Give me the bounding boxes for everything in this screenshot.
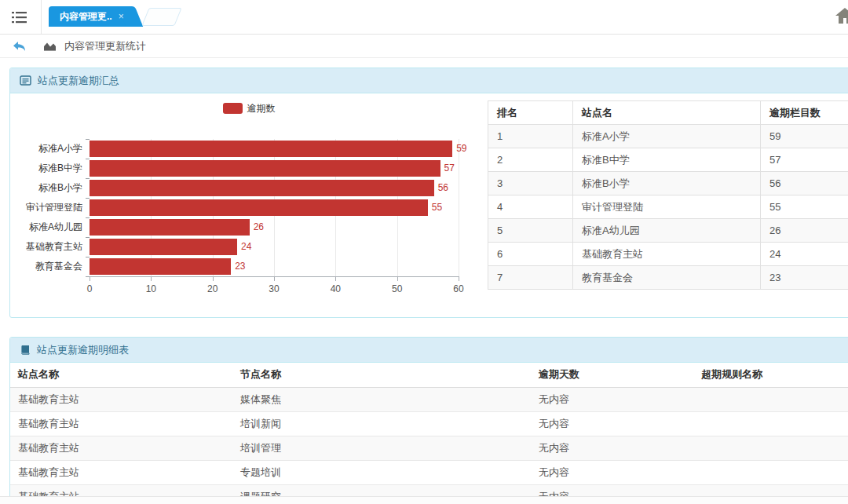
site-name-col-header: 站点名称 xyxy=(10,363,232,387)
site-cell: 标准B中学 xyxy=(573,148,761,172)
rank-cell: 7 xyxy=(488,266,573,290)
detail-table-row: 基础教育主站培训新闻无内容 xyxy=(10,411,848,436)
legend-swatch xyxy=(223,103,243,114)
bar-row: 标准A小学59 xyxy=(90,139,459,159)
rank-cell: 2 xyxy=(488,148,573,172)
detail-panel: 站点更新逾期明细表 站点名称 节点名称 逾期天数 超期规则名称 基础教育主站媒体… xyxy=(9,337,848,504)
x-axis-tick xyxy=(397,277,398,281)
detail-table-row: 基础教育主站媒体聚焦无内容 xyxy=(10,387,848,411)
site-cell: 标准A小学 xyxy=(573,125,761,148)
home-icon[interactable] xyxy=(835,7,848,27)
bar-plot: 标准A小学59标准B中学57标准B小学56审计管理登陆55标准A幼儿园26基础教… xyxy=(90,139,459,276)
horizontal-scrollbar-track[interactable] xyxy=(0,496,848,504)
rank-table-row: 2标准B中学57 xyxy=(488,148,848,172)
node-name-col-header: 节点名称 xyxy=(232,363,531,387)
bar-value-label: 24 xyxy=(241,237,251,257)
count-cell: 26 xyxy=(761,219,848,243)
toolbar: 内容管理更新统计 xyxy=(0,35,848,58)
count-cell: 24 xyxy=(761,243,848,266)
bar-value-label: 57 xyxy=(444,159,455,178)
rule-name-cell xyxy=(693,411,848,436)
x-axis-tick xyxy=(459,277,459,281)
gridline xyxy=(459,139,459,276)
tab-label: 内容管理更.. xyxy=(60,10,112,24)
node-name-cell: 培训管理 xyxy=(232,436,531,460)
node-name-cell: 媒体聚焦 xyxy=(232,387,531,411)
tab-close-icon[interactable]: × xyxy=(119,11,124,22)
rank-cell: 6 xyxy=(488,243,573,266)
rank-table-row: 7教育基金会23 xyxy=(488,266,848,290)
bar-row: 教育基金会23 xyxy=(90,257,459,276)
site-cell: 标准A幼儿园 xyxy=(573,219,761,243)
overdue-days-col-header: 逾期天数 xyxy=(531,363,693,387)
bar-value-label: 56 xyxy=(438,178,448,198)
detail-table-row: 基础教育主站培训管理无内容 xyxy=(10,436,848,460)
bar-category-label: 标准A幼儿园 xyxy=(29,217,82,237)
rank-table-wrap: 排名 站点名 逾期栏目数 1标准A小学592标准B中学573标准B小学564审计… xyxy=(488,93,848,317)
x-axis-tick xyxy=(151,277,152,281)
bar-category-label: 标准B小学 xyxy=(38,178,82,198)
summary-panel-heading: 站点更新逾期汇总 xyxy=(10,68,848,93)
detail-table: 站点名称 节点名称 逾期天数 超期规则名称 基础教育主站媒体聚焦无内容基础教育主… xyxy=(10,363,848,504)
bar-row: 标准B中学57 xyxy=(90,159,459,178)
count-cell: 55 xyxy=(761,195,848,219)
x-axis-tick xyxy=(335,277,336,281)
rank-cell: 4 xyxy=(488,195,573,219)
node-name-cell: 专题培训 xyxy=(232,460,531,484)
site-cell: 教育基金会 xyxy=(573,266,761,290)
site-cell: 基础教育主站 xyxy=(573,243,761,266)
rank-table-row: 6基础教育主站24 xyxy=(488,243,848,266)
bar-value-label: 55 xyxy=(432,198,442,217)
overdue-days-cell: 无内容 xyxy=(531,436,693,460)
site-col-header: 站点名 xyxy=(573,101,761,125)
bar-value-label: 59 xyxy=(456,139,466,159)
bar-category-label: 基础教育主站 xyxy=(26,237,82,257)
bar-row: 标准A幼儿园26 xyxy=(90,217,459,237)
x-axis: 0102030405060 xyxy=(90,276,459,300)
bar-category-label: 审计管理登陆 xyxy=(26,198,82,217)
bar xyxy=(90,180,434,196)
count-cell: 59 xyxy=(761,125,848,148)
x-axis-tick-label: 10 xyxy=(146,283,156,294)
detail-panel-heading: 站点更新逾期明细表 xyxy=(10,338,848,363)
tab-ghost-placeholder xyxy=(141,8,181,26)
bar xyxy=(90,160,440,177)
x-axis-tick-label: 40 xyxy=(331,283,341,294)
bar xyxy=(90,239,237,255)
detail-table-row: 基础教育主站专题培训无内容 xyxy=(10,460,848,484)
rule-name-col-header: 超期规则名称 xyxy=(693,363,848,387)
menu-icon[interactable] xyxy=(11,10,30,24)
topbar-divider xyxy=(41,0,42,34)
rank-table-row: 5标准A幼儿园26 xyxy=(488,219,848,243)
count-cell: 57 xyxy=(761,148,848,172)
count-col-header: 逾期栏目数 xyxy=(761,101,848,125)
x-axis-tick-label: 60 xyxy=(453,283,463,294)
rule-name-cell xyxy=(693,460,848,484)
overdue-days-cell: 无内容 xyxy=(531,387,693,411)
site-name-cell: 基础教育主站 xyxy=(10,436,232,460)
bar-category-label: 标准A小学 xyxy=(38,139,82,159)
bar xyxy=(90,219,250,236)
rank-cell: 5 xyxy=(488,219,573,243)
x-axis-tick xyxy=(274,277,275,281)
rule-name-cell xyxy=(693,436,848,460)
page-title: 内容管理更新统计 xyxy=(64,39,146,53)
rank-table-row: 3标准B小学56 xyxy=(488,172,848,195)
x-axis-tick xyxy=(90,277,90,281)
count-cell: 23 xyxy=(761,266,848,290)
rule-name-cell xyxy=(693,387,848,411)
summary-panel-body: 逾期数 标准A小学59标准B中学57标准B小学56审计管理登陆55标准A幼儿园2… xyxy=(10,93,848,317)
x-axis-tick-label: 0 xyxy=(87,283,93,294)
overdue-days-cell: 无内容 xyxy=(531,460,693,484)
tab-content-management[interactable]: 内容管理更.. × xyxy=(49,6,129,27)
detail-panel-body: 站点名称 节点名称 逾期天数 超期规则名称 基础教育主站媒体聚焦无内容基础教育主… xyxy=(10,363,848,504)
page: 内容管理更.. × 内容管理更新统计 xyxy=(0,0,848,504)
bar xyxy=(90,199,428,216)
site-name-cell: 基础教育主站 xyxy=(10,387,232,411)
tab-bar: 内容管理更.. × xyxy=(0,0,848,35)
x-axis-tick xyxy=(213,277,214,281)
chart-legend[interactable]: 逾期数 xyxy=(10,103,488,114)
back-icon[interactable] xyxy=(13,41,26,52)
x-axis-tick-label: 30 xyxy=(269,283,279,294)
bar xyxy=(90,258,231,275)
